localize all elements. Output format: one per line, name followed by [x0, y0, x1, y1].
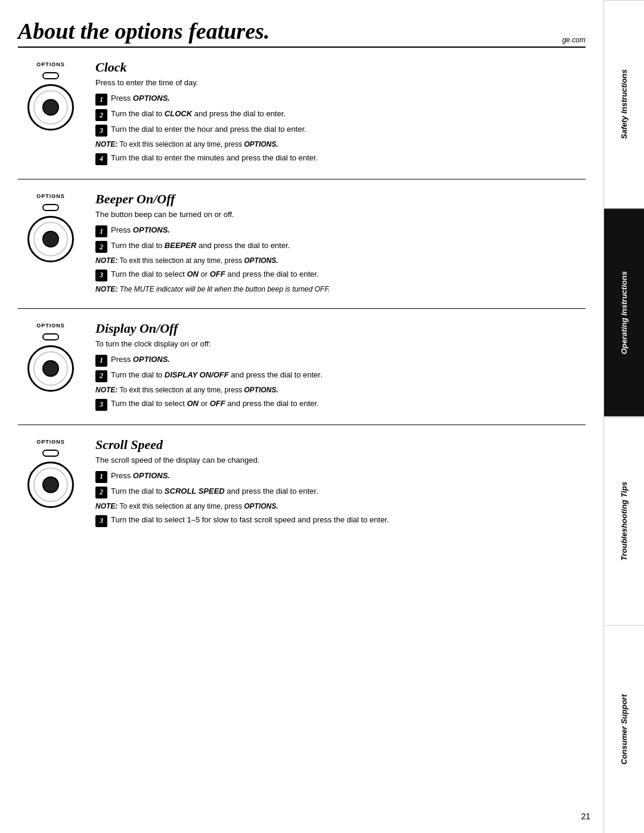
note-text: NOTE: To exit this selection at any time…: [95, 385, 586, 395]
dial-outer: [27, 345, 74, 392]
step-row: 1Press OPTIONS.: [95, 354, 586, 367]
step-text: Turn the dial to CLOCK and press the dia…: [111, 109, 586, 119]
step-row: 3Turn the dial to select 1–5 for slow to…: [95, 515, 586, 527]
section-scroll: OPTIONSScroll SpeedThe scroll speed of t…: [18, 425, 586, 541]
step-row: 1Press OPTIONS.: [95, 470, 586, 483]
options-label: OPTIONS: [36, 439, 65, 445]
step-number: 4: [95, 153, 107, 165]
dial-middle: [33, 467, 68, 502]
step-row: 3Turn the dial to select ON or OFF and p…: [95, 269, 586, 281]
step-row: 2Turn the dial to CLOCK and press the di…: [95, 109, 586, 121]
step-text: Press OPTIONS.: [111, 93, 586, 104]
content-clock: ClockPress to enter the time of day.1Pre…: [95, 58, 586, 168]
section-intro: The button beep can be turned on or off.: [95, 209, 586, 220]
step-text: Press OPTIONS.: [111, 225, 586, 236]
dial-outer: [27, 84, 74, 131]
dial-inner: [42, 99, 59, 116]
step-text: Turn the dial to select ON or OFF and pr…: [111, 269, 586, 280]
step-text: Turn the dial to DISPLAY ON/OFF and pres…: [111, 370, 586, 380]
note-text: NOTE: To exit this selection at any time…: [95, 501, 586, 512]
step-text: Turn the dial to select 1–5 for slow to …: [111, 515, 586, 525]
sidebar-tab-safety[interactable]: Safety Instructions: [604, 0, 644, 208]
step-number: 1: [95, 225, 107, 237]
section-beeper: OPTIONSBeeper On/OffThe button beep can …: [18, 179, 586, 309]
step-number: 1: [95, 471, 107, 483]
controls-scroll: OPTIONS: [18, 436, 83, 530]
page-header: About the options features. ge.com: [18, 18, 586, 48]
section-intro: Press to enter the time of day.: [95, 78, 586, 88]
dial-middle: [33, 351, 68, 386]
note-text-2: NOTE: The MUTE indicator will be lit whe…: [95, 284, 586, 295]
options-label: OPTIONS: [36, 61, 65, 67]
step-row: 4Turn the dial to enter the minutes and …: [95, 153, 586, 165]
step-row: 1Press OPTIONS.: [95, 93, 586, 106]
section-heading: Display On/Off: [95, 321, 586, 336]
step-number: 3: [95, 399, 107, 411]
content-beeper: Beeper On/OffThe button beep can be turn…: [95, 190, 586, 298]
step-row: 3Turn the dial to enter the hour and pre…: [95, 124, 586, 137]
page-url: ge.com: [562, 36, 586, 44]
step-number: 2: [95, 241, 107, 253]
page-title: About the options features.: [18, 18, 270, 44]
dial-inner: [42, 231, 59, 247]
step-row: 1Press OPTIONS.: [95, 225, 586, 237]
step-row: 2Turn the dial to DISPLAY ON/OFF and pre…: [95, 370, 586, 382]
step-number: 1: [95, 355, 107, 367]
step-row: 2Turn the dial to BEEPER and press the d…: [95, 240, 586, 253]
section-heading: Clock: [95, 60, 586, 75]
options-label: OPTIONS: [36, 193, 65, 199]
section-intro: The scroll speed of the display can be c…: [95, 455, 586, 466]
section-clock: OPTIONSClockPress to enter the time of d…: [18, 48, 586, 179]
dial-outer: [27, 216, 74, 262]
step-text: Turn the dial to BEEPER and press the di…: [111, 240, 586, 251]
options-button[interactable]: [42, 333, 59, 340]
content-scroll: Scroll SpeedThe scroll speed of the disp…: [95, 436, 586, 530]
note-text: NOTE: To exit this selection at any time…: [95, 256, 586, 266]
step-text: Press OPTIONS.: [111, 354, 586, 365]
step-row: 2Turn the dial to SCROLL SPEED and press…: [95, 486, 586, 498]
step-number: 1: [95, 94, 107, 106]
page-number: 21: [581, 812, 590, 821]
options-button[interactable]: [42, 450, 59, 457]
note-text: NOTE: To exit this selection at any time…: [95, 140, 586, 150]
step-text: Turn the dial to select ON or OFF and pr…: [111, 398, 586, 409]
step-row: 3Turn the dial to select ON or OFF and p…: [95, 398, 586, 411]
controls-clock: OPTIONS: [18, 58, 83, 168]
sidebar-tab-consumer[interactable]: Consumer Support: [604, 625, 644, 833]
dial-outer: [27, 462, 74, 508]
controls-beeper: OPTIONS: [18, 190, 83, 298]
options-button[interactable]: [42, 204, 59, 211]
step-number: 2: [95, 370, 107, 382]
section-heading: Scroll Speed: [95, 437, 586, 453]
options-label: OPTIONS: [36, 323, 65, 329]
content-display: Display On/OffTo turn the clock display …: [95, 320, 586, 414]
step-number: 3: [95, 125, 107, 137]
step-number: 3: [95, 270, 107, 281]
section-display: OPTIONSDisplay On/OffTo turn the clock d…: [18, 309, 586, 425]
dial-middle: [33, 222, 68, 256]
dial-middle: [33, 90, 68, 125]
right-sidebar: Safety Instructions Operating Instructio…: [603, 0, 644, 833]
sidebar-tab-troubleshooting[interactable]: Troubleshooting Tips: [604, 417, 644, 625]
step-text: Press OPTIONS.: [111, 470, 586, 481]
controls-display: OPTIONS: [18, 320, 83, 414]
step-text: Turn the dial to SCROLL SPEED and press …: [111, 486, 586, 497]
section-intro: To turn the clock display on or off:: [95, 339, 586, 349]
sidebar-tab-operating[interactable]: Operating Instructions: [604, 208, 644, 416]
step-number: 2: [95, 487, 107, 498]
dial-inner: [42, 476, 59, 493]
options-button[interactable]: [42, 72, 59, 79]
step-text: Turn the dial to enter the minutes and p…: [111, 153, 586, 163]
section-heading: Beeper On/Off: [95, 191, 586, 207]
step-text: Turn the dial to enter the hour and pres…: [111, 124, 586, 135]
step-number: 2: [95, 109, 107, 121]
dial-inner: [42, 360, 59, 377]
step-number: 3: [95, 515, 107, 527]
